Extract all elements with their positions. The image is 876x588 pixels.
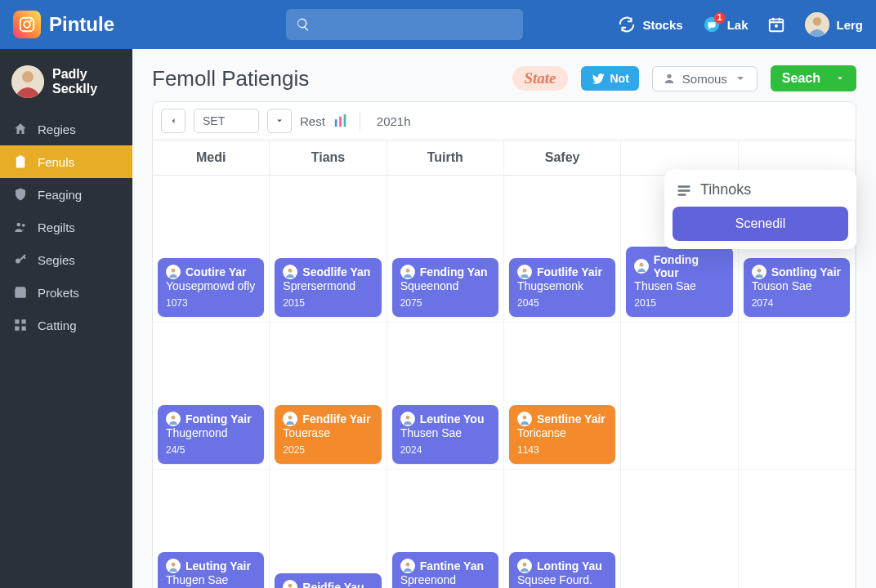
top-stocks[interactable]: Stocks [618,16,682,33]
sidebar-profile[interactable]: Padly Secklly [0,59,132,113]
event-card[interactable]: Seodlife YanSprersermond2015 [275,258,381,317]
event-subtitle: Touson Sae [752,279,842,292]
calendar-cell[interactable] [621,323,738,470]
calendar-cell[interactable]: Leutine YouThusen Sae2024 [387,323,504,470]
event-title: Sentline Yair [537,412,606,425]
set-field[interactable]: SET [194,109,259,133]
svg-rect-14 [22,319,26,323]
tihnoks-panel: Tihnoks Scenedil [664,170,856,249]
svg-point-28 [523,269,527,273]
event-meta: 2045 [517,297,607,309]
sidebar-nav: Regies Fenuls Feaging Regilts Segies Pro… [0,113,132,341]
event-card[interactable]: Fantine YanSpreenond2041 [392,552,498,588]
event-meta: 2074 [752,297,842,309]
avatar-icon [517,559,532,573]
sidebar-item-regilts[interactable]: Regilts [0,211,132,243]
calendar-cell[interactable]: Reidfie YauSqleen sae [270,470,387,588]
calendar-cell[interactable]: Sentline YairToricanse1143 [504,323,621,470]
avatar-icon [166,412,181,426]
event-subtitle: Squeenond [400,279,490,292]
tweet-button[interactable]: Not [581,66,639,91]
event-card[interactable]: Sontling YairTouson Sae2074 [744,258,850,317]
sidebar-item-fenuls[interactable]: Fenuls [0,145,132,178]
dropdown-toggle[interactable] [267,109,292,133]
event-card[interactable]: Lonting YauSqusee Fourd.2015 [509,552,615,588]
sidebar-item-feaging[interactable]: Feaging [0,178,132,211]
svg-point-1 [24,21,30,28]
svg-point-48 [523,563,527,567]
archive-icon [13,285,28,300]
chevron-down-icon [734,72,747,85]
event-card[interactable]: Fonting YairThugernond24/5 [158,405,264,464]
event-subtitle: Toricanse [517,426,607,439]
calendar-cell[interactable] [739,323,856,470]
top-user[interactable]: Lerg [805,12,863,37]
event-subtitle: Thugsemonk [517,279,607,292]
search-input[interactable] [286,9,523,40]
chevron-left-icon [168,116,178,126]
event-card[interactable]: Leutine YouThusen Sae2024 [392,405,498,464]
event-card[interactable]: Coutire YarYousepmowd ofly1073 [158,258,264,317]
svg-rect-18 [335,119,337,127]
list-icon [676,182,692,198]
event-subtitle: Touerase [283,426,373,439]
event-card[interactable]: Fonding YourThusen Sae2015 [626,247,732,317]
brand-logo-icon [13,11,41,38]
brand[interactable]: Pintule [13,11,114,38]
sidebar-item-label: Catting [38,318,77,332]
svg-point-12 [16,259,20,264]
prev-button[interactable] [161,109,185,133]
somous-dropdown[interactable]: Somous [652,66,758,91]
avatar-icon [517,265,532,279]
sidebar-item-label: Feaging [38,188,82,202]
chevron-down-icon [835,74,845,83]
clipboard-icon [13,154,28,169]
event-title: Fonding Your [654,253,725,279]
scenedil-button[interactable]: Scenedil [673,207,848,241]
event-card[interactable]: Fending YanSqueenond2075 [392,258,498,317]
search-button-label: Seach [782,71,820,86]
search-button[interactable]: Seach [771,65,856,91]
calendar-cell[interactable]: Coutire YarYousepmowd ofly1073 [153,176,270,323]
svg-point-2 [29,20,32,22]
svg-point-34 [172,416,176,420]
bar-chart-icon [333,114,348,128]
svg-point-32 [757,269,761,273]
calendar-cell[interactable]: Seodlife YanSprersermond2015 [270,176,387,323]
sidebar: Padly Secklly Regies Fenuls Feaging Regi… [0,49,132,588]
state-chip[interactable]: State [512,66,567,91]
svg-point-5 [775,25,777,27]
event-title: Lonting Yau [537,559,602,572]
calendar-cell[interactable] [621,470,738,588]
top-stocks-label: Stocks [642,18,682,32]
sidebar-item-regies[interactable]: Regies [0,113,132,145]
calendar-cell[interactable]: Lonting YauSqusee Fourd.2015 [504,470,621,588]
top-calendar[interactable] [767,16,785,33]
calendar-cell[interactable]: Fendlife YairTouerase2025 [270,323,387,470]
avatar-icon [11,65,44,98]
event-card[interactable]: Foutlife YairThugsemonk2045 [509,258,615,317]
event-subtitle: Sprersermond [283,279,373,292]
calendar-cell[interactable]: Leuting YairThugen Sae1179 [153,470,270,588]
event-title: Coutire Yar [185,265,246,278]
calendar-cell[interactable] [739,470,856,588]
column-header: Tuirth [387,140,504,175]
event-card[interactable]: Sentline YairToricanse1143 [509,405,615,464]
calendar-cell[interactable]: Fonting YairThugernond24/5 [153,323,270,470]
event-meta: 2025 [283,444,373,456]
sidebar-item-catting[interactable]: Catting [0,309,132,341]
sidebar-item-segies[interactable]: Segies [0,243,132,276]
avatar-icon [283,580,297,588]
sidebar-item-prokets[interactable]: Prokets [0,276,132,309]
event-meta: 2015 [283,297,373,309]
people-icon [13,220,28,234]
calendar-cell[interactable]: Fending YanSqueenond2075 [387,176,504,323]
event-meta: 1143 [517,444,607,456]
calendar-cell[interactable]: Foutlife YairThugsemonk2045 [504,176,621,323]
event-card[interactable]: Fendlife YairTouerase2025 [275,405,381,464]
event-card[interactable]: Reidfie YauSqleen sae [275,573,381,588]
calendar-cell[interactable]: Fantine YanSpreenond2041 [387,470,504,588]
sidebar-item-label: Fenuls [38,155,74,169]
event-card[interactable]: Leuting YairThugen Sae1179 [158,552,264,588]
top-lak[interactable]: 1 Lak [703,16,749,33]
